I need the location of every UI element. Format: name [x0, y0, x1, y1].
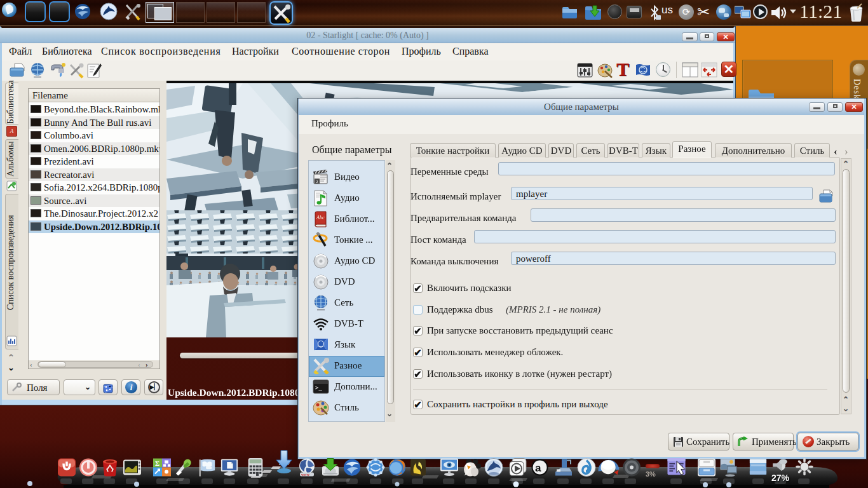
svg-text:www: www	[301, 473, 310, 477]
svg-text:Abc: Abc	[316, 215, 325, 220]
svg-text:Σ: Σ	[155, 459, 159, 467]
svg-text:2: 2	[316, 179, 318, 184]
svg-text:>_: >_	[315, 384, 322, 391]
svg-text:a: a	[535, 462, 541, 474]
